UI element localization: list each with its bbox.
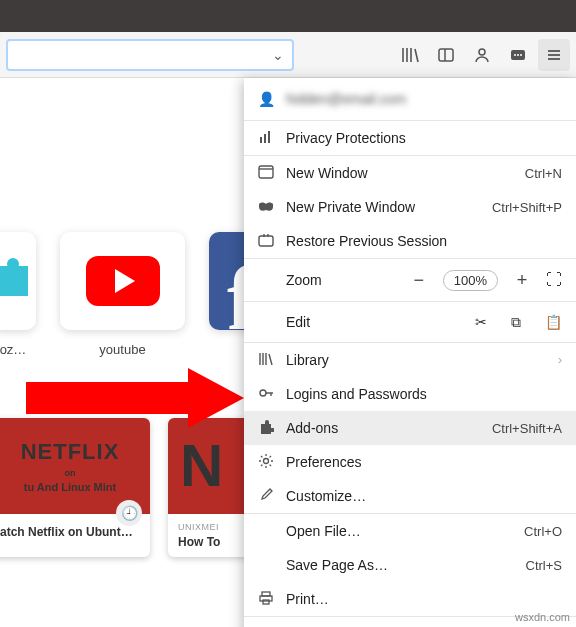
menu-new-window[interactable]: New Window Ctrl+N: [244, 156, 576, 190]
account-icon: 👤: [258, 91, 274, 107]
menu-customize[interactable]: Customize…: [244, 479, 576, 513]
menu-privacy-protections[interactable]: Privacy Protections: [244, 121, 576, 155]
svg-point-4: [514, 54, 516, 56]
svg-rect-10: [260, 137, 262, 143]
overflow-toolbar-icon[interactable]: [502, 39, 534, 71]
tile-caption: youtube: [60, 342, 185, 357]
paste-icon[interactable]: 📋: [545, 314, 562, 331]
top-site-tile[interactable]: youtube: [60, 232, 185, 357]
shield-chart-icon: [258, 129, 274, 148]
netflix-logo-text: NETFLIX: [21, 439, 120, 465]
card-title: atch Netflix on Ubunt…: [0, 525, 140, 539]
watermark: wsxdn.com: [515, 611, 570, 623]
menu-logins[interactable]: Logins and Passwords: [244, 377, 576, 411]
menu-open-file[interactable]: Open File… Ctrl+O: [244, 514, 576, 548]
menu-preferences[interactable]: Preferences: [244, 445, 576, 479]
shortcut: Ctrl+S: [526, 558, 562, 573]
application-menu: 👤 hidden@email.com Privacy Protections N…: [244, 78, 576, 627]
svg-point-17: [264, 458, 269, 463]
zoom-level[interactable]: 100%: [443, 270, 498, 291]
window-titlebar: [0, 0, 576, 32]
zoom-in-button[interactable]: +: [512, 270, 532, 291]
fullscreen-icon[interactable]: ⛶: [546, 271, 562, 289]
svg-point-6: [520, 54, 522, 56]
chevron-down-icon[interactable]: ⌄: [272, 47, 284, 63]
restore-icon: [258, 233, 274, 250]
menu-account[interactable]: 👤 hidden@email.com: [244, 78, 576, 120]
history-icon: 🕘: [116, 500, 142, 526]
puzzle-piece-icon: [0, 266, 28, 296]
menu-library[interactable]: Library ›: [244, 343, 576, 377]
chevron-right-icon: ›: [558, 353, 562, 367]
svg-point-2: [479, 49, 485, 55]
svg-rect-0: [439, 49, 453, 61]
tile-caption: oz…: [0, 342, 36, 357]
url-bar[interactable]: ⌄: [6, 39, 294, 71]
menu-new-private-window[interactable]: New Private Window Ctrl+Shift+P: [244, 190, 576, 224]
mask-icon: [258, 199, 274, 215]
addon-icon: [258, 419, 274, 438]
printer-icon: [258, 590, 274, 609]
top-site-tile[interactable]: oz…: [0, 232, 36, 357]
paintbrush-icon: [258, 487, 274, 506]
annotation-arrow: [26, 368, 246, 428]
svg-rect-12: [268, 131, 270, 143]
shortcut: Ctrl+O: [524, 524, 562, 539]
svg-point-5: [517, 54, 519, 56]
library-toolbar-icon[interactable]: [394, 39, 426, 71]
zoom-out-button[interactable]: −: [409, 270, 429, 291]
svg-rect-15: [259, 236, 273, 246]
svg-point-16: [260, 390, 266, 396]
gear-icon: [258, 453, 274, 472]
library-icon: [258, 351, 274, 370]
key-icon: [258, 385, 274, 404]
sidebar-toolbar-icon[interactable]: [430, 39, 462, 71]
svg-rect-20: [263, 600, 269, 604]
menu-addons[interactable]: Add-ons Ctrl+Shift+A: [244, 411, 576, 445]
shortcut: Ctrl+Shift+A: [492, 421, 562, 436]
hamburger-menu-button[interactable]: [538, 39, 570, 71]
shortcut: Ctrl+Shift+P: [492, 200, 562, 215]
browser-toolbar: ⌄: [0, 32, 576, 78]
window-icon: [258, 165, 274, 182]
youtube-icon: [86, 256, 160, 306]
svg-rect-11: [264, 134, 266, 143]
cut-icon[interactable]: ✂: [475, 314, 487, 331]
highlight-card[interactable]: NETFLIX on tu And Linux Mint 🕘 atch Netf…: [0, 418, 150, 557]
menu-edit-row: Edit ✂ ⧉ 📋: [244, 302, 576, 342]
menu-save-page-as[interactable]: Save Page As… Ctrl+S: [244, 548, 576, 582]
copy-icon[interactable]: ⧉: [511, 314, 521, 331]
account-toolbar-icon[interactable]: [466, 39, 498, 71]
menu-restore-session[interactable]: Restore Previous Session: [244, 224, 576, 258]
svg-rect-13: [259, 166, 273, 178]
menu-zoom-row: Zoom − 100% + ⛶: [244, 259, 576, 301]
shortcut: Ctrl+N: [525, 166, 562, 181]
